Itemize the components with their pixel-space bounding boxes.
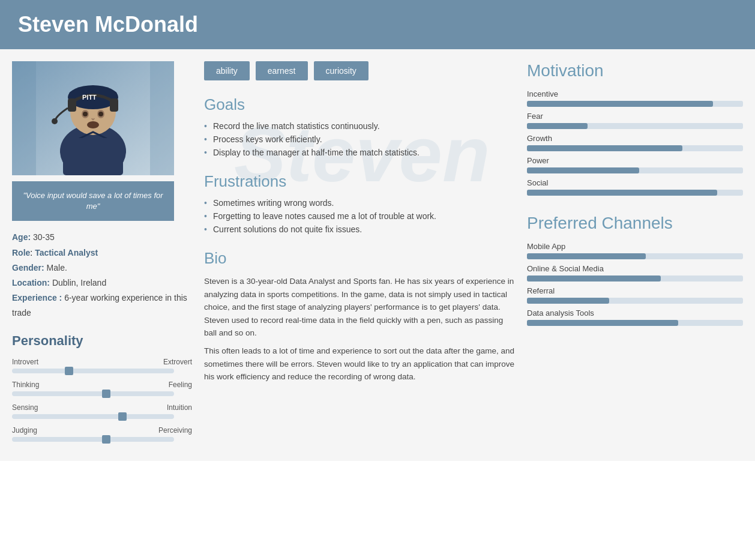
channels-section: Preferred Channels Mobile AppOnline & So…	[527, 214, 743, 326]
profile-info: Age: 30-35 Role: Tactical Analyst Gender…	[12, 230, 192, 321]
goals-title: Goals	[204, 95, 515, 114]
personality-rows: IntrovertExtrovertThinkingFeelingSensing…	[12, 358, 192, 442]
motivation-bar-item: Social	[527, 178, 743, 196]
tag-item: earnest	[256, 61, 308, 80]
motivation-bar-item: Fear	[527, 112, 743, 129]
bio-title: Bio	[204, 249, 515, 268]
bar-label: Online & Social Media	[527, 264, 743, 273]
location-row: Location: Dublin, Ireland	[12, 275, 192, 291]
svg-rect-6	[110, 98, 118, 112]
personality-trait-row: SensingIntuition	[12, 403, 192, 419]
frustrations-list: Sometimes writing wrong words.Forgetting…	[204, 198, 515, 234]
age-row: Age: 30-35	[12, 230, 192, 245]
motivation-bar-item: Incentive	[527, 89, 743, 107]
trait-left-label: Sensing	[12, 403, 38, 412]
bar-track	[527, 167, 743, 173]
bar-fill	[527, 320, 678, 326]
trait-left-label: Judging	[12, 426, 37, 435]
trait-right-label: Perceiving	[158, 426, 192, 435]
location-label: Location:	[12, 278, 50, 288]
goals-list: Record the live match statistics continu…	[204, 121, 515, 157]
bar-fill	[527, 298, 609, 304]
trait-right-label: Extrovert	[163, 358, 192, 366]
bar-label: Referral	[527, 286, 743, 295]
svg-point-11	[98, 112, 103, 116]
channel-bar-item: Online & Social Media	[527, 264, 743, 282]
bar-track	[527, 253, 743, 259]
tag-item: ability	[204, 61, 250, 80]
bar-fill	[527, 190, 717, 196]
role-label: Role	[12, 248, 30, 257]
svg-text:PITT: PITT	[82, 94, 97, 101]
experience-row: Experience : 6-year working experience i…	[12, 291, 192, 321]
motivation-bar-item: Power	[527, 156, 743, 173]
list-item: Record the live match statistics continu…	[204, 121, 515, 131]
bar-label: Fear	[527, 112, 743, 121]
trait-left-label: Introvert	[12, 358, 38, 366]
experience-label: Experience :	[12, 293, 62, 303]
personality-section: Personality IntrovertExtrovertThinkingFe…	[12, 333, 192, 442]
channel-bar-item: Data analysis Tools	[527, 309, 743, 326]
page-title: Steven McDonald	[18, 12, 737, 37]
tag-item: curiosity	[314, 61, 368, 80]
personality-indicator	[102, 390, 110, 398]
bar-track	[527, 123, 743, 129]
bar-label: Social	[527, 178, 743, 187]
motivation-section: Motivation IncentiveFearGrowthPowerSocia…	[527, 61, 743, 196]
page-header: Steven McDonald	[0, 0, 755, 49]
bar-track	[527, 101, 743, 107]
channel-bar-item: Mobile App	[527, 242, 743, 259]
channels-title: Preferred Channels	[527, 214, 743, 233]
gender-row: Gender: Male.	[12, 260, 192, 275]
svg-rect-13	[63, 138, 123, 175]
svg-rect-16	[150, 61, 174, 175]
trait-left-label: Thinking	[12, 381, 39, 389]
bar-fill	[527, 101, 713, 107]
channel-bar-item: Referral	[527, 286, 743, 304]
personality-track	[12, 437, 174, 442]
location-value: Dublin, Ireland	[52, 278, 106, 288]
bar-fill	[527, 167, 639, 173]
trait-right-label: Intuition	[167, 403, 192, 412]
bar-track	[527, 145, 743, 151]
svg-rect-15	[12, 61, 36, 175]
bar-label: Incentive	[527, 89, 743, 98]
personality-trait-row: ThinkingFeeling	[12, 381, 192, 396]
list-item: Display to the manager at half-time the …	[204, 148, 515, 157]
bar-fill	[527, 123, 588, 129]
age-value: 30-35	[33, 232, 55, 242]
trait-right-label: Feeling	[169, 381, 192, 389]
left-column: PITT "Voice input would save a lot of ti…	[12, 61, 192, 449]
svg-point-12	[87, 121, 99, 128]
role-value: Tactical Analyst	[35, 248, 98, 257]
gender-value: Male.	[47, 263, 67, 272]
personality-trait-row: JudgingPerceiving	[12, 426, 192, 442]
personality-track	[12, 414, 174, 419]
frustrations-title: Frustrations	[204, 172, 515, 191]
channels-bars: Mobile AppOnline & Social MediaReferralD…	[527, 242, 743, 326]
motivation-title: Motivation	[527, 61, 743, 80]
list-item: Process keys work efficiently.	[204, 134, 515, 144]
right-column: Motivation IncentiveFearGrowthPowerSocia…	[527, 61, 743, 449]
svg-point-10	[83, 112, 88, 116]
mid-column: Steven abilityearnestcuriosity Goals Rec…	[204, 61, 515, 449]
list-item: Forgetting to leave notes caused me a lo…	[204, 211, 515, 221]
personality-indicator	[65, 367, 73, 375]
list-item: Sometimes writing wrong words.	[204, 198, 515, 208]
bar-fill	[527, 253, 646, 259]
personality-indicator	[118, 412, 127, 421]
mid-content: abilityearnestcuriosity Goals Record the…	[204, 61, 515, 384]
bar-track	[527, 190, 743, 196]
personality-title: Personality	[12, 333, 192, 349]
gender-label: Gender:	[12, 263, 44, 272]
tags-row: abilityearnestcuriosity	[204, 61, 515, 80]
list-item: Current solutions do not quite fix issue…	[204, 224, 515, 234]
bar-label: Mobile App	[527, 242, 743, 251]
motivation-bar-item: Growth	[527, 134, 743, 151]
personality-track	[12, 369, 174, 373]
motivation-bars: IncentiveFearGrowthPowerSocial	[527, 89, 743, 196]
personality-track	[12, 391, 174, 396]
svg-rect-5	[68, 98, 76, 112]
bar-label: Power	[527, 156, 743, 165]
svg-point-7	[52, 118, 58, 124]
